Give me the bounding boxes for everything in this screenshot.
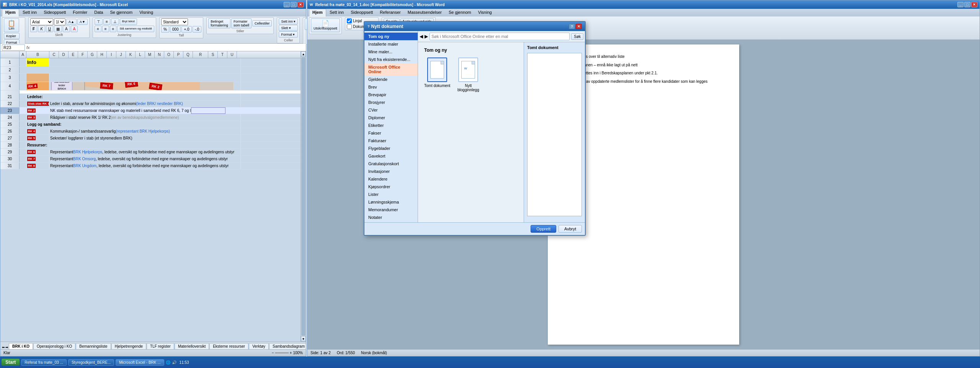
sidebar-item-invitasjoner[interactable]: Invitasjoner xyxy=(364,168,418,175)
word-close-btn[interactable]: ✕ xyxy=(971,2,977,7)
cell-diagram[interactable]: Sambands-lederBRKH RK 5 RK 4 xyxy=(49,82,241,90)
template-search-btn[interactable]: Søk xyxy=(571,33,583,40)
align-center-btn[interactable]: ≡ xyxy=(102,26,109,32)
col-header-p[interactable]: P xyxy=(174,51,183,58)
col-header-q[interactable]: Q xyxy=(183,51,193,58)
sidebar-item-brev[interactable]: Brev xyxy=(364,83,418,91)
sidebar-item-notater[interactable]: Notater xyxy=(364,214,418,221)
excel-tab-se-gjennom[interactable]: Se gjennom xyxy=(106,9,136,16)
excel-maximize-btn[interactable]: □ xyxy=(291,2,297,7)
scroll-up-btn[interactable]: ▲ xyxy=(301,51,306,57)
col-header-f[interactable]: F xyxy=(78,51,88,58)
cell-b4-rk4[interactable]: RK 4 xyxy=(26,82,49,90)
excel-tab-formler[interactable]: Formler xyxy=(69,9,91,16)
sheet-tab-ops-logg[interactable]: Operasjonslogg i KO xyxy=(33,343,75,349)
font-selector[interactable]: Arial xyxy=(30,18,53,25)
col-header-u[interactable]: U xyxy=(227,51,237,58)
sheet-tab-hjelpetrengende[interactable]: Hjelpetrengende xyxy=(111,343,146,349)
sidebar-item-lister[interactable]: Lister xyxy=(364,191,418,198)
sidebar-item-etiketter[interactable]: Etiketter xyxy=(364,122,418,129)
col-header-b[interactable]: B xyxy=(26,51,49,58)
bold-btn[interactable]: F xyxy=(30,26,37,32)
col-header-e[interactable]: E xyxy=(69,51,78,58)
dialog-help-btn[interactable]: ? xyxy=(569,24,575,29)
col-header-m[interactable]: M xyxy=(145,51,155,58)
cell-a27[interactable] xyxy=(20,135,26,141)
sidebar-item-installerte[interactable]: Installerte maler xyxy=(364,40,418,48)
vertical-scrollbar[interactable]: ▲ ▼ xyxy=(301,51,306,342)
align-middle-btn[interactable]: ≡ xyxy=(103,18,110,25)
word-maximize-btn[interactable]: □ xyxy=(964,2,970,7)
cell-a26[interactable] xyxy=(20,128,26,135)
cell-b25[interactable]: Logg og samband: xyxy=(26,121,241,128)
word-tab-sett-inn[interactable]: Sett inn xyxy=(326,9,347,16)
cell-b30[interactable]: RK 7 xyxy=(26,156,49,162)
decrease-decimal-btn[interactable]: -.0 xyxy=(193,26,202,33)
scroll-down-btn[interactable]: ▼ xyxy=(301,336,306,342)
zoom-out-btn[interactable]: − xyxy=(272,351,274,355)
excel-tab-visning[interactable]: Visning xyxy=(136,9,157,16)
align-left-btn[interactable]: ≡ xyxy=(95,26,101,32)
font-color-btn[interactable]: A xyxy=(71,26,78,32)
zoom-in-btn[interactable]: + xyxy=(290,351,292,355)
col-header-g[interactable]: G xyxy=(88,51,97,58)
cell-b28[interactable]: Ressurser: xyxy=(26,142,241,148)
cell-c29[interactable]: Representant BRK Hjelpekorps, ledelse, o… xyxy=(49,149,241,155)
cell-a31[interactable] xyxy=(20,163,26,169)
cell-a4[interactable] xyxy=(20,82,26,90)
format-cells-btn[interactable]: Format ▾ xyxy=(279,31,298,38)
cell-b31[interactable]: RK 8 xyxy=(26,163,49,169)
excel-minimize-btn[interactable]: _ xyxy=(284,2,290,7)
sheet-tab-bemanning[interactable]: Bemanningsliste xyxy=(76,343,111,349)
cell-c3[interactable] xyxy=(49,74,241,82)
excel-tab-data[interactable]: Data xyxy=(91,9,106,16)
taskbar-item-referat[interactable]: Referat fra møte_03 ... xyxy=(21,359,67,366)
excel-tab-sett-inn[interactable]: Sett inn xyxy=(19,9,40,16)
border-btn[interactable]: ▦ xyxy=(54,26,62,32)
cell-b1[interactable]: Info xyxy=(26,58,49,66)
cell-a24[interactable] xyxy=(20,114,26,121)
formula-input[interactable] xyxy=(31,45,304,50)
cell-a29[interactable] xyxy=(20,149,26,155)
excel-tab-hjem[interactable]: Hjem xyxy=(2,9,19,16)
sheet-tab-materiell[interactable]: Materielloversikt xyxy=(175,343,209,349)
sheet-tab-eksterne[interactable]: Eksterne ressurser xyxy=(209,343,248,349)
wrap-text-btn[interactable]: Bryt tekst xyxy=(120,18,137,25)
scroll-thumb[interactable] xyxy=(301,57,305,336)
sidebar-item-nytt-fra-eks[interactable]: Nytt fra eksisterende... xyxy=(364,56,418,63)
taskbar-item-excel[interactable]: Microsoft Excel - BRK ... xyxy=(116,359,164,366)
cell-a23[interactable] xyxy=(20,107,26,114)
italic-btn[interactable]: K xyxy=(38,26,45,32)
increase-font-btn[interactable]: A▲ xyxy=(66,19,77,25)
cell-b21[interactable]: Ledelse: xyxy=(26,94,241,100)
cell-b3[interactable] xyxy=(26,74,49,82)
insert-cells-btn[interactable]: Sett inn ▾ xyxy=(279,18,298,25)
word-tab-masseutsendelser[interactable]: Masseutsendelser xyxy=(404,9,445,16)
col-header-h[interactable]: H xyxy=(97,51,107,58)
print-layout-btn[interactable]: 📄 Utskriftsoppsett xyxy=(311,18,340,32)
cell-a22[interactable] xyxy=(20,100,26,107)
paste-btn[interactable]: 📋 Lim xyxy=(4,18,19,32)
ruler-checkbox[interactable] xyxy=(347,18,352,23)
col-header-r[interactable]: R xyxy=(193,51,208,58)
sidebar-item-gjeldende[interactable]: Gjeldende xyxy=(364,76,418,83)
cell-c24[interactable]: Rådgiver i stab/ reserve RK 1/ RK 2 (en … xyxy=(49,114,241,121)
col-header-d[interactable]: D xyxy=(59,51,69,58)
sheet-tab-samband[interactable]: Sambandsdiagram xyxy=(269,343,306,349)
sidebar-item-gratulasjonskort[interactable]: Gratulasjonskort xyxy=(364,160,418,168)
number-format-selector[interactable]: Standard xyxy=(161,18,188,25)
col-header-c[interactable]: C xyxy=(49,51,59,58)
sidebar-item-gavekort[interactable]: Gavekort xyxy=(364,152,418,160)
col-header-i[interactable]: I xyxy=(107,51,116,58)
create-btn[interactable]: Opprett xyxy=(531,225,556,233)
align-bottom-btn[interactable]: ⊥ xyxy=(111,18,119,25)
word-tab-se-gjennom[interactable]: Se gjennom xyxy=(445,9,475,16)
sidebar-item-kalendere[interactable]: Kalendere xyxy=(364,175,418,183)
template-item-tomt[interactable]: Tomt dokument xyxy=(424,58,450,92)
sidebar-item-memorandumer[interactable]: Memorandumer xyxy=(364,206,418,214)
underline-btn[interactable]: U xyxy=(46,26,53,32)
cancel-btn[interactable]: Avbryt xyxy=(559,225,582,233)
cell-b23[interactable]: RK 2 xyxy=(26,107,49,114)
document-map-checkbox[interactable] xyxy=(347,24,352,29)
cell-a28[interactable] xyxy=(20,142,26,148)
